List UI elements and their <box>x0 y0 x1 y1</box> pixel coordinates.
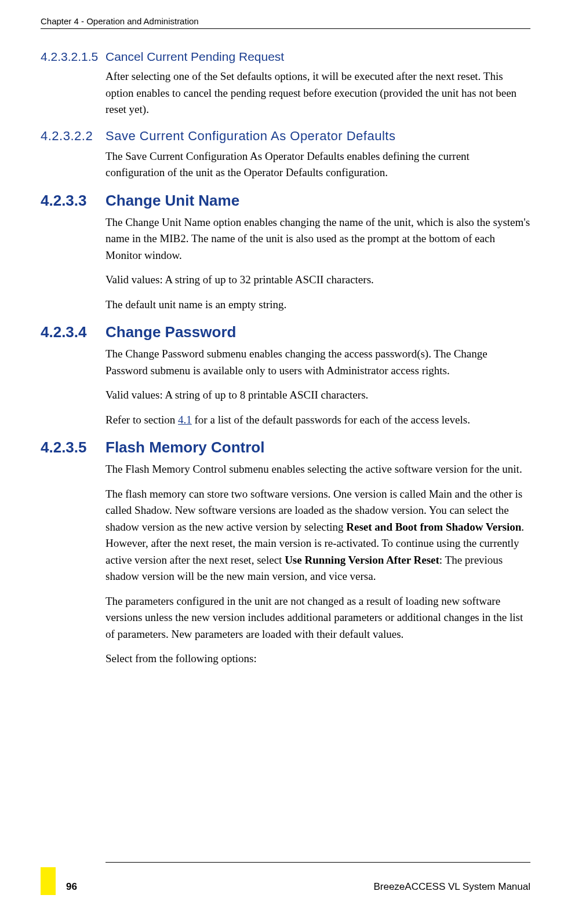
section-flash-memory: 4.2.3.5 Flash Memory Control The Flash M… <box>41 439 530 667</box>
paragraph: The Change Unit Name option enables chan… <box>106 214 530 264</box>
bold-option: Use Running Version After Reset <box>285 554 439 566</box>
section-title: Flash Memory Control <box>106 439 530 456</box>
paragraph: The default unit name is an empty string… <box>106 297 530 313</box>
section-number: 4.2.3.2.1.5 <box>41 50 106 64</box>
page-header: Chapter 4 - Operation and Administration <box>41 16 530 29</box>
paragraph: The parameters configured in the unit ar… <box>106 593 530 643</box>
paragraph: The flash memory can store two software … <box>106 486 530 585</box>
section-link[interactable]: 4.1 <box>178 414 192 426</box>
paragraph: Valid values: A string of up to 32 print… <box>106 272 530 288</box>
section-number: 4.2.3.3 <box>41 192 106 210</box>
section-save-operator-defaults: 4.2.3.2.2 Save Current Configuration As … <box>41 129 530 181</box>
footer-rule <box>106 862 530 863</box>
section-title: Cancel Current Pending Request <box>106 50 530 64</box>
paragraph: Valid values: A string of up to 8 printa… <box>106 387 530 404</box>
paragraph: The Save Current Configuration As Operat… <box>106 148 530 181</box>
page-number: 96 <box>66 881 77 895</box>
section-title: Change Unit Name <box>106 192 530 210</box>
paragraph: Select from the following options: <box>106 651 530 667</box>
paragraph: The Flash Memory Control submenu enables… <box>106 461 530 478</box>
bold-option: Reset and Boot from Shadow Version <box>346 521 521 533</box>
text-pre: Refer to section <box>106 414 178 426</box>
section-number: 4.2.3.4 <box>41 323 106 341</box>
page-container: Chapter 4 - Operation and Administration… <box>0 0 571 924</box>
section-number: 4.2.3.2.2 <box>41 129 106 144</box>
paragraph: Refer to section 4.1 for a list of the d… <box>106 412 530 429</box>
section-number: 4.2.3.5 <box>41 439 106 456</box>
section-title: Save Current Configuration As Operator D… <box>106 129 530 144</box>
manual-title: BreezeACCESS VL System Manual <box>373 881 530 895</box>
text-post: for a list of the default passwords for … <box>192 414 470 426</box>
paragraph: After selecting one of the Set defaults … <box>106 68 530 118</box>
section-change-unit-name: 4.2.3.3 Change Unit Name The Change Unit… <box>41 192 530 313</box>
paragraph: The Change Password submenu enables chan… <box>106 346 530 379</box>
section-title: Change Password <box>106 323 530 341</box>
section-cancel-pending: 4.2.3.2.1.5 Cancel Current Pending Reque… <box>41 50 530 118</box>
footer-accent-box <box>41 867 56 895</box>
page-footer: 96 BreezeACCESS VL System Manual <box>41 862 530 895</box>
section-change-password: 4.2.3.4 Change Password The Change Passw… <box>41 323 530 428</box>
chapter-label: Chapter 4 - Operation and Administration <box>41 16 199 26</box>
